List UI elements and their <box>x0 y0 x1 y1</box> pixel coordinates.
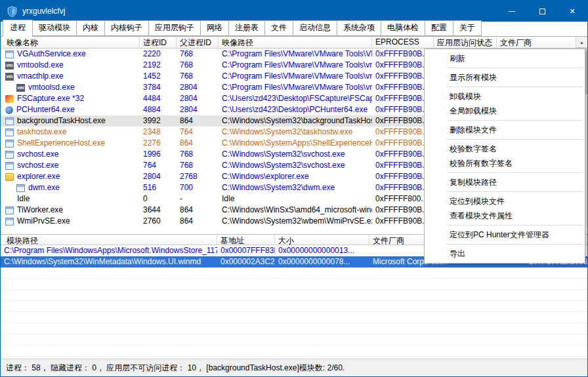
window-controls: ✕ <box>497 1 587 22</box>
exp-app-icon <box>5 173 14 181</box>
tab-4[interactable]: 内核钩子 <box>105 20 149 36</box>
process-parent-pid: 2804 <box>177 82 219 93</box>
menu-item[interactable]: 校验数字签名 <box>425 142 585 156</box>
tab-7[interactable]: 注册表 <box>229 20 265 36</box>
process-pid: 2192 <box>140 60 177 71</box>
tab-12[interactable]: 配置 <box>425 20 453 36</box>
close-button[interactable]: ✕ <box>557 1 587 22</box>
process-parent-pid: 768 <box>177 149 219 160</box>
app-app-icon <box>5 50 14 58</box>
tab-8[interactable]: 文件 <box>265 20 293 36</box>
app-app-icon <box>5 140 14 148</box>
menu-separator <box>447 87 583 87</box>
process-name: svchost.exe <box>17 149 58 160</box>
process-path: C:\Windows\System32\taskhostw.exe <box>219 127 372 138</box>
maximize-button[interactable] <box>527 1 557 22</box>
process-parent-pid: 2804 <box>177 93 219 104</box>
tab-11[interactable]: 电脑体检 <box>381 20 425 36</box>
window-title: yrxguvlelcfvj <box>22 7 65 16</box>
process-parent-pid: 700 <box>177 182 219 193</box>
process-name: TiWorker.exe <box>17 205 63 216</box>
menu-item[interactable]: 查看模块文件属性 <box>425 208 585 223</box>
menu-item[interactable]: 定位到模块文件 <box>425 194 585 208</box>
process-column-header-2[interactable]: 进程ID <box>140 37 177 48</box>
module-column-header-3[interactable]: 大小 <box>275 235 369 245</box>
process-pid: 4884 <box>140 104 177 115</box>
app-app-icon <box>5 117 14 125</box>
app-app-icon <box>16 184 25 192</box>
module-column-header-2[interactable]: 基地址 <box>217 235 275 245</box>
process-pid: 3992 <box>140 115 177 127</box>
process-path: C:\Windows\System32\dwm.exe <box>219 182 372 193</box>
process-name: backgroundTaskHost.exe <box>17 115 106 127</box>
process-path: C:\Program Files\VMware\VMware Tools\vmt… <box>219 82 372 93</box>
process-name: FSCapture.exe *32 <box>17 93 84 104</box>
process-column-header-5[interactable]: EPROCESS <box>372 37 434 48</box>
menu-separator <box>447 139 583 140</box>
module-base-address: 0x000002A3C2550... <box>217 256 275 268</box>
process-pid: 0 <box>140 193 177 205</box>
process-path: C:\Users\zd423\Desktop\PCHunter64.exe <box>219 104 372 115</box>
module-column-header-1[interactable]: 模块路径 <box>1 235 217 245</box>
process-column-header-7[interactable]: 文件厂商 <box>497 37 576 48</box>
vm-app-icon <box>5 73 14 81</box>
minimize-button[interactable] <box>497 1 527 22</box>
process-name: explorer.exe <box>17 171 60 182</box>
module-path: C:\Program Files\WindowsApps\Microsoft.W… <box>1 245 217 256</box>
process-column-header-6[interactable]: 应用层访问状态 <box>434 37 497 48</box>
process-parent-pid: 768 <box>177 60 219 71</box>
process-column-header-4[interactable]: 映像路径 <box>219 37 372 48</box>
process-parent-pid: - <box>177 193 219 205</box>
menu-separator <box>447 225 583 226</box>
tab-10[interactable]: 系统杂项 <box>337 20 381 36</box>
context-menu: 刷新显示所有模块卸载模块全局卸载模块删除模块文件校验数字签名校验所有数字签名复制… <box>424 49 585 264</box>
process-name-cell: TiWorker.exe <box>1 205 140 216</box>
tab-1[interactable]: 进程 <box>3 20 33 37</box>
process-pid: 1452 <box>140 71 177 82</box>
menu-separator <box>447 191 583 192</box>
process-name-cell: VGAuthService.exe <box>1 49 140 60</box>
process-path: C:\Windows\System32\wbem\WmiPrvSE.exe <box>219 216 372 227</box>
process-name-cell: explorer.exe <box>1 171 140 182</box>
app-app-icon <box>5 151 14 159</box>
menu-item[interactable]: 显示所有模块 <box>425 70 585 85</box>
tab-13[interactable]: 关于 <box>453 20 482 36</box>
tab-3[interactable]: 内核 <box>77 20 105 36</box>
menu-separator <box>447 68 583 68</box>
menu-item[interactable]: 复制模块路径 <box>425 175 585 189</box>
process-parent-pid: 768 <box>177 160 219 171</box>
process-column-header-1[interactable]: 映像名称 <box>1 37 140 48</box>
app-window: yrxguvlelcfvj ✕ 进程驱动模块内核内核钩子应用层钩子网络注册表文件… <box>0 0 588 377</box>
tab-5[interactable]: 应用层钩子 <box>149 20 201 36</box>
process-name-cell: backgroundTaskHost.exe <box>1 115 140 127</box>
process-name: WmiPrvSE.exe <box>17 216 70 227</box>
tab-9[interactable]: 启动信息 <box>293 20 337 36</box>
process-path: C:\Windows\SystemApps\ShellExperienceHo.… <box>219 138 372 149</box>
process-name-cell: svchost.exe <box>1 149 140 160</box>
process-pid: 1996 <box>140 149 177 160</box>
process-parent-pid: 864 <box>177 205 219 216</box>
process-pid: 2804 <box>140 171 177 182</box>
process-name-cell: vmacthlp.exe <box>1 71 140 82</box>
menu-item[interactable]: 定位到PC Hunter文件管理器 <box>425 228 585 242</box>
tab-6[interactable]: 网络 <box>201 20 229 36</box>
menu-item[interactable]: 刷新 <box>425 51 585 66</box>
menu-item[interactable]: 导出 <box>425 247 585 261</box>
menu-item[interactable]: 卸载模块 <box>425 89 585 104</box>
process-path: C:\Windows\System32\svchost.exe <box>219 149 372 160</box>
menu-item[interactable]: 删除模块文件 <box>425 123 585 137</box>
process-pid: 516 <box>140 182 177 193</box>
scroll-up-icon[interactable]: ▲ <box>576 37 587 47</box>
menu-item[interactable]: 全局卸载模块 <box>425 104 585 118</box>
process-parent-pid: 764 <box>177 127 219 138</box>
process-path: C:\Windows\WinSxS\amd64_microsoft-wind..… <box>219 205 372 216</box>
process-parent-pid: 864 <box>177 115 219 127</box>
status-bar: 进程： 58， 隐藏进程： 0， 应用层不可访问进程： 10， [backgro… <box>1 359 587 376</box>
process-column-header-3[interactable]: 父进程ID <box>177 37 219 48</box>
process-name-cell: WmiPrvSE.exe <box>1 216 140 227</box>
process-pid: 3644 <box>140 205 177 216</box>
tab-2[interactable]: 驱动模块 <box>33 20 77 36</box>
process-name-cell: FSCapture.exe *32 <box>1 93 140 104</box>
menu-item[interactable]: 校验所有数字签名 <box>425 156 585 170</box>
process-name-cell: dwm.exe <box>1 182 140 193</box>
